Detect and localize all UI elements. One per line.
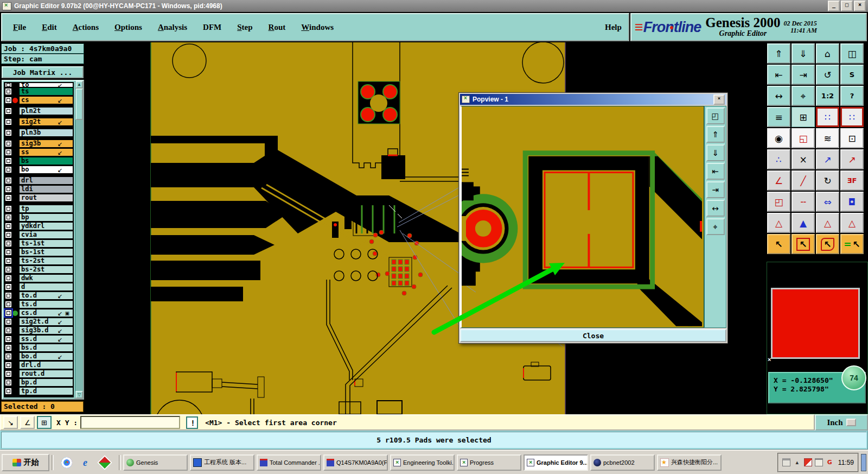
layer-row[interactable]: to.d ↙ — [4, 292, 73, 300]
menu-item[interactable]: Actions — [73, 23, 99, 32]
menu-item[interactable]: Rout — [269, 23, 286, 32]
menu-item[interactable]: File — [13, 23, 26, 32]
layer-name[interactable]: drl — [19, 176, 73, 185]
layer-row[interactable]: sig3b ↙ — [4, 140, 73, 148]
scroll-thumb[interactable] — [75, 89, 83, 120]
taskbar-task-button[interactable]: 工程系统 版本... — [190, 454, 254, 471]
layer-row[interactable]: pln3b — [4, 129, 73, 137]
popview-center-button[interactable]: ⌖ — [706, 218, 725, 235]
layer-name[interactable]: to — [19, 83, 73, 87]
layer-visibility-checkbox[interactable] — [5, 275, 12, 282]
layer-visibility-checkbox[interactable] — [5, 108, 12, 115]
layer-row[interactable]: bo.d ↙ — [4, 352, 73, 361]
layer-visibility-checkbox[interactable] — [5, 231, 12, 238]
layer-row[interactable]: cs ↙ — [4, 96, 73, 104]
layer-row[interactable]: bs.d — [4, 344, 73, 352]
chain-select-button[interactable]: ∴ — [767, 149, 790, 169]
select-net-button[interactable]: ↖ — [840, 234, 864, 254]
layer-row[interactable]: d — [4, 283, 73, 291]
netlist-front-button[interactable]: ∷ — [816, 107, 839, 127]
menu-item-help[interactable]: Help — [605, 23, 622, 32]
measure-angle-button[interactable]: ∠ — [767, 170, 790, 191]
layer-name[interactable]: bo — [19, 166, 73, 174]
layer-visibility-checkbox[interactable] — [5, 292, 12, 299]
layer-row[interactable]: sig3b.d ↙ — [4, 326, 73, 334]
layer-row[interactable]: bs-1st — [4, 248, 73, 256]
copy-to-layer-button[interactable]: ↗ — [816, 149, 839, 169]
sogou-tray-icon[interactable]: G — [826, 458, 834, 466]
previous-view-button[interactable]: ⇤ — [767, 65, 790, 85]
clipboard-tray-icon[interactable] — [815, 458, 823, 466]
layer-row[interactable]: ts — [4, 87, 73, 96]
popview-close-icon[interactable]: × — [713, 94, 725, 105]
layer-visibility-checkbox[interactable] — [5, 379, 12, 386]
layer-name[interactable]: tp — [19, 205, 73, 213]
layer-row[interactable]: bs — [4, 157, 73, 165]
taskbar-task-button[interactable]: Total Commander ... — [257, 454, 321, 471]
layer-row[interactable]: rout — [4, 194, 73, 202]
menu-item[interactable]: Options — [114, 23, 142, 32]
measure-distance-button[interactable]: ╱ — [792, 170, 815, 191]
ie-icon[interactable]: e — [80, 457, 91, 468]
center-view-button[interactable]: ⌖ — [792, 86, 815, 106]
layer-name[interactable]: ldi — [19, 185, 73, 193]
layer-name[interactable]: bs — [19, 157, 73, 165]
popview-fit-button[interactable]: ↔ — [706, 200, 725, 217]
layer-name[interactable]: bs-2st — [19, 266, 73, 274]
layer-visibility-checkbox[interactable] — [5, 309, 12, 317]
units-selector[interactable]: Inch — [815, 414, 868, 431]
thermal-width-button[interactable]: △ — [840, 213, 864, 233]
popview-zoom-out-button[interactable]: ⇓ — [706, 144, 725, 161]
popview-next-view-button[interactable]: ⇥ — [706, 181, 725, 198]
measure-ruler-button[interactable]: ≋ — [816, 128, 839, 148]
pointer-snap-button[interactable]: ↘ — [3, 416, 18, 429]
layer-name[interactable]: cs — [19, 96, 73, 104]
thermal-filled-button[interactable]: ▲ — [792, 213, 815, 233]
layer-row[interactable]: bs-2st — [4, 266, 73, 274]
layer-row[interactable]: sig2t.d ↙ — [4, 318, 73, 326]
close-button[interactable]: × — [854, 1, 866, 11]
layer-visibility-checkbox[interactable] — [5, 129, 12, 136]
layer-name[interactable]: rout.d — [19, 370, 73, 378]
layer-visibility-checkbox[interactable] — [5, 318, 12, 325]
home-view-button[interactable]: ⌂ — [816, 43, 839, 64]
printer-tray-icon[interactable] — [782, 458, 790, 466]
chrome-icon[interactable] — [61, 457, 72, 468]
taskbar-task-button[interactable]: Q14S7KM0A9A0(P... — [323, 454, 388, 471]
select-pad-button[interactable]: ⊡ — [840, 128, 864, 148]
layer-visibility-checkbox[interactable] — [5, 194, 12, 201]
layer-visibility-checkbox[interactable] — [5, 362, 12, 369]
layer-visibility-checkbox[interactable] — [5, 88, 12, 95]
popview-zoom-in-button[interactable]: ⇑ — [706, 126, 725, 143]
layer-visibility-checkbox[interactable] — [5, 370, 12, 377]
taskbar-task-button[interactable]: Progress — [457, 454, 521, 471]
layer-name[interactable]: pln3b — [19, 129, 73, 137]
units-dropdown-icon[interactable] — [846, 419, 856, 426]
layer-visibility-checkbox[interactable] — [5, 344, 12, 351]
merge-shapes-button[interactable]: ◘ — [840, 192, 864, 212]
layer-visibility-checkbox[interactable] — [5, 214, 12, 221]
layer-row[interactable]: ss ↙ — [4, 148, 73, 156]
rotate-button[interactable]: ↻ — [816, 170, 839, 191]
layer-row[interactable]: ts-2st — [4, 257, 73, 265]
layer-name[interactable]: ss.d — [19, 335, 73, 343]
select-poly-button[interactable]: ↖ — [816, 234, 839, 254]
layer-name[interactable]: drl.d — [19, 361, 73, 369]
layer-visibility-checkbox[interactable] — [5, 266, 12, 273]
popview-pcb-view[interactable] — [460, 106, 704, 328]
layer-visibility-checkbox[interactable] — [5, 301, 12, 308]
maximize-button[interactable]: □ — [841, 1, 853, 11]
next-view-button[interactable]: ⇥ — [792, 65, 815, 85]
scroll-up-icon[interactable]: ▲ — [75, 81, 83, 89]
setup-tools-button[interactable]: ≡ — [767, 107, 790, 127]
move-to-layer-button[interactable]: ↗ — [840, 149, 864, 169]
zoom-out-button[interactable]: ⇓ — [792, 43, 815, 64]
app-quicklaunch-icon[interactable] — [97, 455, 112, 470]
layer-name[interactable]: to.d — [19, 292, 73, 300]
layer-name[interactable]: ts-1st — [19, 239, 73, 248]
layer-name[interactable]: sig2t.d — [19, 318, 73, 326]
layer-scrollbar[interactable]: ▲ ▽ — [75, 81, 83, 399]
zoom-in-button[interactable]: ⇑ — [767, 43, 790, 64]
taskbar-task-button[interactable]: Engineering Toolki... — [390, 454, 455, 471]
menu-item[interactable]: Windows — [301, 23, 334, 32]
